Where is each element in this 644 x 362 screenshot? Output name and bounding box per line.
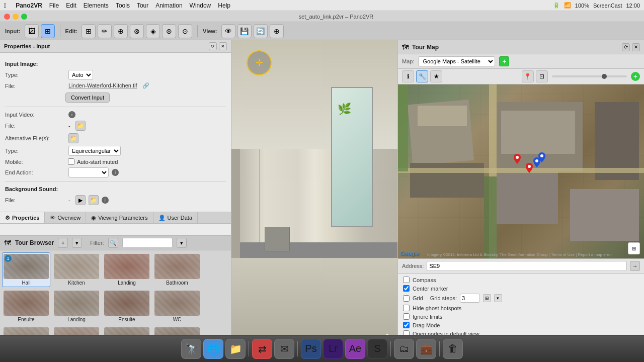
dock-folder-2[interactable]: 💼 (416, 339, 436, 359)
drag-mode-checkbox[interactable] (403, 322, 410, 328)
ignore-limits-checkbox[interactable] (403, 313, 410, 320)
file-icon[interactable]: 🔗 (142, 82, 149, 89)
dock-filezilla[interactable]: ⇄ (252, 339, 272, 359)
tour-item[interactable]: Landing (52, 289, 101, 324)
menu-file[interactable]: File (49, 2, 59, 9)
dock-photoshop[interactable]: Ps (301, 339, 321, 359)
convert-input-button[interactable]: Convert Input (65, 93, 110, 103)
edit-btn-5[interactable]: ◈ (146, 24, 160, 38)
map-close-btn[interactable]: ✕ (632, 43, 640, 51)
edit-btn-3[interactable]: ⊕ (114, 24, 128, 38)
file-value[interactable]: Linden-Waterford-Kitchen.tif (68, 82, 137, 89)
zoom-thumb[interactable] (602, 74, 607, 79)
dock-finder[interactable]: 🔭 (181, 339, 201, 359)
dock-lightroom[interactable]: Lr (323, 339, 343, 359)
map-marker-4[interactable] (538, 152, 545, 162)
info-icon[interactable]: i (68, 111, 75, 118)
dock-trash[interactable]: 🗑 (443, 339, 463, 359)
address-input[interactable] (427, 261, 627, 271)
ghost-hotspots-checkbox[interactable] (403, 305, 410, 311)
end-action-select[interactable] (68, 167, 109, 177)
menu-animation[interactable]: Animation (155, 2, 182, 9)
type-select[interactable]: Auto (68, 70, 93, 80)
tour-item[interactable]: Bathroom (153, 252, 201, 287)
tour-item[interactable]: 1Hall (2, 252, 50, 287)
map-marker-1[interactable] (514, 154, 521, 164)
dock-suitcase[interactable]: S (367, 339, 387, 359)
apple-menu[interactable]:  (4, 2, 7, 10)
grid-view-btn-2[interactable]: ▾ (494, 294, 502, 302)
filter-dropdown-btn[interactable]: ▾ (177, 238, 187, 248)
sync-btn[interactable]: ⟳ (209, 42, 217, 50)
menu-app[interactable]: Pano2VR (16, 2, 42, 9)
edit-btn-4[interactable]: ⊗ (130, 24, 144, 38)
tour-add-btn[interactable]: + (58, 238, 68, 248)
mobile-checkbox[interactable] (68, 158, 74, 165)
edit-btn-6[interactable]: ⊛ (162, 24, 176, 38)
edit-btn-2[interactable]: ✏ (98, 24, 112, 38)
bg-play-btn[interactable]: ▶ (75, 195, 86, 205)
tab-user-data[interactable]: 👤 User Data (153, 212, 198, 223)
map-add-btn[interactable]: + (499, 56, 509, 66)
satellite-map[interactable]: Google Imagery ©2018, Infoterra Ltd & Bl… (398, 84, 644, 258)
map-marker-2[interactable] (526, 163, 533, 173)
map-star-btn[interactable]: ★ (430, 70, 442, 82)
map-type-select[interactable]: Google Maps - Satellite Google Maps - Ro… (418, 56, 495, 66)
filter-input[interactable] (122, 238, 173, 248)
tour-item[interactable]: WC (153, 289, 201, 324)
zoom-slider[interactable] (552, 75, 627, 77)
tour-item[interactable]: Kitchen (52, 252, 101, 287)
bg-info[interactable]: i (102, 197, 109, 204)
zoom-in-btn[interactable]: + (631, 72, 640, 81)
video-browse-btn[interactable]: 📁 (75, 121, 86, 131)
menu-edit[interactable]: Edit (66, 2, 76, 9)
dock-mail[interactable]: ✉ (274, 339, 294, 359)
map-info-btn[interactable]: ℹ (402, 70, 414, 82)
dock-aftereffects[interactable]: Ae (345, 339, 365, 359)
tab-viewing-params[interactable]: ◉ Viewing Parameters (86, 212, 153, 223)
view-btn-4[interactable]: ⊕ (270, 24, 284, 38)
pano-viewer[interactable]: 🌿 ✛ ▶ (231, 40, 397, 351)
input-btn-1[interactable]: 🖼 (25, 24, 39, 38)
grid-steps-input[interactable] (460, 294, 480, 303)
view-btn-3[interactable]: 🔄 (254, 24, 268, 38)
grid-checkbox[interactable] (403, 295, 410, 302)
edit-btn-7[interactable]: ⊙ (178, 24, 192, 38)
map-zoom-fit-btn[interactable]: ⊡ (536, 70, 548, 82)
tab-overview[interactable]: 👁 Overview (45, 212, 86, 223)
map-sync-btn[interactable]: ⟳ (622, 43, 630, 51)
maximize-button[interactable] (21, 14, 27, 20)
tour-item[interactable]: Landing (103, 252, 151, 287)
bg-browse-btn[interactable]: 📁 (89, 195, 99, 205)
tab-properties[interactable]: ⚙ Properties (0, 212, 45, 223)
address-go-btn[interactable]: → (630, 261, 640, 271)
menu-elements[interactable]: Elements (84, 2, 109, 9)
dock-files[interactable]: 📁 (225, 339, 246, 359)
view-btn-1[interactable]: 👁 (221, 24, 235, 38)
map-grid-button[interactable]: ⊞ (628, 242, 640, 254)
alt-files-btn[interactable]: 📁 (68, 133, 78, 143)
grid-view-btn-1[interactable]: ⊞ (483, 294, 491, 302)
dock-folder[interactable]: 🗂 (394, 339, 414, 359)
center-marker-checkbox[interactable] (403, 285, 410, 292)
filter-clear-btn[interactable]: 🔍 (108, 238, 118, 248)
tour-menu-btn[interactable]: ▾ (72, 238, 82, 248)
close-button[interactable] (4, 14, 10, 20)
menu-tour[interactable]: Tour (137, 2, 148, 9)
edit-btn-1[interactable]: ⊞ (82, 24, 96, 38)
view-btn-2[interactable]: 💾 (237, 24, 252, 38)
menu-window[interactable]: Window (190, 2, 211, 9)
video-type-select[interactable]: Equirectangular (68, 146, 121, 156)
menu-help[interactable]: Help (218, 2, 230, 9)
map-pin-btn[interactable]: 📍 (522, 70, 534, 82)
video-file-icon[interactable]: 📁 (75, 121, 86, 131)
menu-tools[interactable]: Tools (116, 2, 130, 9)
tour-item[interactable]: Ensuite (2, 289, 50, 324)
minimize-button[interactable] (13, 14, 19, 20)
map-edit-btn[interactable]: 🔧 (416, 70, 428, 82)
input-btn-2[interactable]: ⊞ (41, 24, 55, 38)
tour-item[interactable]: Ensuite (103, 289, 151, 324)
close-panel-btn[interactable]: ✕ (219, 42, 227, 50)
compass-widget[interactable]: ✛ (247, 50, 272, 75)
dock-safari[interactable]: 🌐 (203, 339, 223, 359)
